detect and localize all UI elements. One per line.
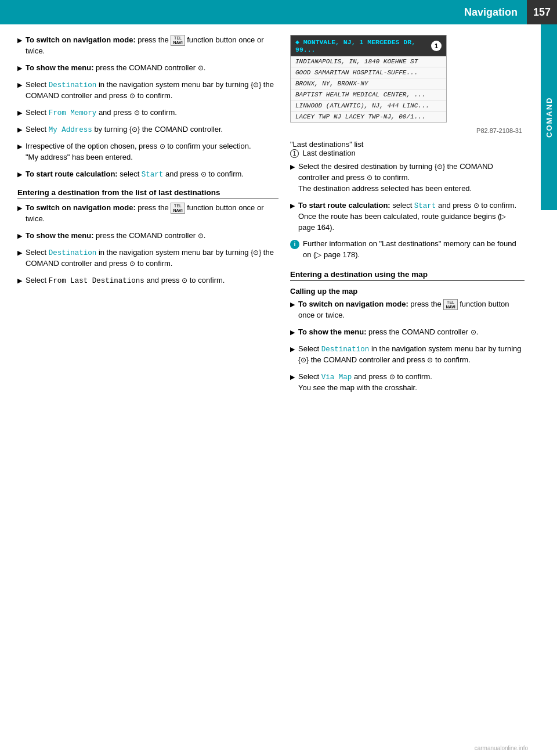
bullet-item: ▶ Select From Memory and press ⊙ to conf… [17, 107, 278, 118]
bullet-arrow: ▶ [290, 345, 295, 354]
bullet-text: To switch on navigation mode: press the … [26, 35, 278, 57]
bullet-item: ▶ To start route calculation: select Sta… [290, 200, 525, 233]
last-dest-label: "Last destinations" list [290, 140, 363, 149]
bullet-text: Select From Last Destinations and press … [26, 275, 278, 286]
bullet-arrow: ▶ [290, 373, 295, 382]
page-wrapper: Navigation 157 COMAND ▶ To switch on nav… [0, 0, 557, 756]
right-column: ◆ MONTVALE, NJ, 1 MERCEDES DR, 99... 1 I… [290, 35, 545, 399]
bold-label: To start route calculation: [26, 170, 118, 178]
image-header: ◆ MONTVALE, NJ, 1 MERCEDES DR, 99... 1 [291, 35, 446, 56]
header-title: Navigation [464, 6, 518, 19]
list-item: GOOD SAMARITAN HOSPITAL-SUFFE... [291, 67, 446, 78]
bullet-text: To show the menu: press the COMAND contr… [26, 63, 278, 74]
bullet-arrow: ▶ [17, 232, 22, 241]
bullet-text: Select My Address by turning {⊙} the COM… [26, 124, 278, 135]
menu-item-start: Start [414, 202, 436, 210]
bullet-text: Select the desired destination by turnin… [298, 161, 525, 195]
controller-symbol: {⊙} [251, 81, 261, 89]
bullet-text: Select Destination in the navigation sys… [26, 80, 278, 102]
bold-label: To switch on navigation mode: [26, 203, 136, 212]
bullet-item: ▶ Select From Last Destinations and pres… [17, 275, 278, 286]
screenshot-image: ◆ MONTVALE, NJ, 1 MERCEDES DR, 99... 1 I… [290, 35, 447, 123]
bullet-item: ▶ To show the menu: press the COMAND con… [17, 63, 278, 74]
tel-navi-button: TELNAVI [171, 35, 185, 46]
bullet-arrow: ▶ [17, 204, 22, 213]
header-bar: Navigation 157 [0, 0, 557, 24]
side-tab: COMAND [541, 24, 557, 210]
bullet-arrow: ▶ [17, 64, 22, 73]
bullet-item: ▶ Select My Address by turning {⊙} the C… [17, 124, 278, 135]
sub-heading-calling-up: Calling up the map [290, 287, 525, 296]
bullet-item: ▶ Select Destination in the navigation s… [17, 80, 278, 102]
info-icon: i [290, 240, 299, 249]
bullet-arrow: ▶ [17, 142, 22, 152]
bold-label: To switch on navigation mode: [26, 35, 136, 44]
controller-symbol: {⊙} [251, 249, 261, 257]
controller-symbol: ⊙ [182, 276, 187, 285]
bullet-item: ▶ To switch on navigation mode: press th… [17, 203, 278, 225]
menu-item-destination: Destination [321, 345, 370, 354]
bold-label: To switch on navigation mode: [298, 300, 408, 308]
bullet-text: To switch on navigation mode: press the … [26, 203, 278, 225]
controller-symbol: ⊙ [160, 142, 165, 150]
last-dest-label-area: "Last destinations" list 1 Last destinat… [290, 140, 525, 158]
controller-symbol: ⊙ [198, 232, 204, 240]
menu-item-start: Start [142, 171, 164, 179]
bullet-arrow: ▶ [17, 276, 22, 286]
section-heading-map: Entering a destination using the map [290, 270, 525, 281]
list-item: BAPTIST HEALTH MEDICAL CENTER, ... [291, 89, 446, 100]
list-item: BRONX, NY, BRONX-NY [291, 78, 446, 89]
controller-symbol: ⊙ [129, 92, 135, 100]
bullet-arrow: ▶ [17, 81, 22, 90]
image-caption: P82.87-2108-31 [290, 126, 525, 135]
menu-item-from-last: From Last Destinations [49, 277, 144, 285]
bullet-text: To show the menu: press the COMAND contr… [26, 231, 278, 242]
menu-item-destination: Destination [49, 81, 97, 89]
bullet-item: ▶ Select the desired destination by turn… [290, 161, 525, 195]
bullet-arrow: ▶ [17, 249, 22, 258]
controller-symbol: ⊙ [471, 328, 476, 336]
page-number: 157 [527, 0, 557, 24]
bullet-arrow: ▶ [290, 300, 295, 309]
bullet-text: Select From Memory and press ⊙ to confir… [26, 107, 278, 118]
bullet-arrow: ▶ [17, 109, 22, 118]
content-area: ▶ To switch on navigation mode: press th… [0, 24, 557, 411]
bullet-item: ▶ To start route calculation: select Sta… [17, 169, 278, 180]
circle-1: 1 [290, 149, 299, 158]
info-note: i Further information on "Last destinati… [290, 239, 525, 261]
bullet-item: ▶ To show the menu: press the COMAND con… [290, 327, 525, 338]
bullet-text: To show the menu: press the COMAND contr… [298, 327, 525, 338]
bullet-text: Select Via Map and press ⊙ to confirm. Y… [298, 372, 525, 394]
list-item: LINWOOD (ATLANTIC), NJ, 444 LINC... [291, 100, 446, 111]
menu-item-my-address: My Address [49, 126, 92, 134]
bullet-item: ▶ Select Via Map and press ⊙ to confirm.… [290, 372, 525, 394]
section-heading-last-dest: Entering a destination from the list of … [17, 188, 278, 199]
last-dest-item: 1 Last destination [290, 149, 356, 157]
bullet-text: Irrespective of the option chosen, press… [26, 141, 278, 163]
bullet-text: Select Destination in the navigation sys… [298, 344, 525, 366]
bullet-item: ▶ To switch on navigation mode: press th… [17, 35, 278, 57]
info-text: Further information on "Last destination… [303, 239, 525, 261]
controller-symbol: ⊙ [134, 109, 140, 117]
left-column: ▶ To switch on navigation mode: press th… [17, 35, 278, 399]
tel-navi-button: TELNAVI [171, 203, 185, 214]
bullet-item: ▶ To switch on navigation mode: press th… [290, 299, 525, 321]
watermark: carmanualonline.info [475, 745, 528, 751]
controller-symbol: ⊙ [198, 64, 204, 72]
controller-symbol: ⊙ [473, 201, 479, 210]
menu-item-destination: Destination [49, 249, 97, 257]
bullet-text: Select Destination in the navigation sys… [26, 247, 278, 269]
bold-label: To start route calculation: [298, 201, 390, 210]
bullet-arrow: ▶ [17, 36, 22, 45]
bold-label: To show the menu: [298, 327, 366, 336]
bullet-text: To start route calculation: select Start… [298, 200, 525, 233]
bold-label: To show the menu: [26, 231, 93, 240]
bullet-arrow: ▶ [17, 170, 22, 179]
menu-item-via-map: Via Map [321, 373, 352, 381]
bullet-item: ▶ Irrespective of the option chosen, pre… [17, 141, 278, 163]
bullet-arrow: ▶ [17, 125, 22, 135]
bullet-arrow: ▶ [290, 201, 295, 211]
controller-symbol: ⊙ [129, 260, 135, 268]
bullet-arrow: ▶ [290, 163, 295, 172]
bullet-item: ▶ Select Destination in the navigation s… [290, 344, 525, 366]
